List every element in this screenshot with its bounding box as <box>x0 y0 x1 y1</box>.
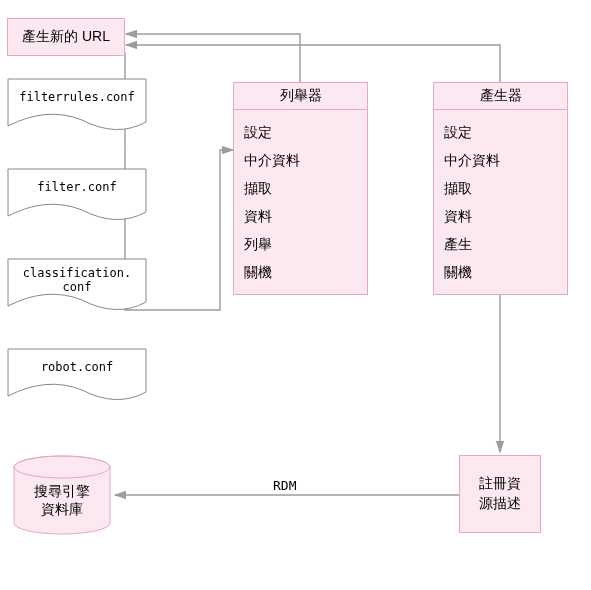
generate-url-box: 產生新的 URL <box>7 18 125 56</box>
generator-title: 產生器 <box>434 83 567 110</box>
generate-url-label: 產生新的 URL <box>22 28 110 46</box>
enumerator-box: 列舉器 設定 中介資料 擷取 資料 列舉 關機 <box>233 82 368 295</box>
file-label: filter.conf <box>7 180 147 194</box>
enumerator-item: 列舉 <box>244 230 357 258</box>
enumerator-title: 列舉器 <box>234 83 367 110</box>
file-label: filterrules.conf <box>7 90 147 104</box>
file-label: robot.conf <box>7 360 147 374</box>
file-label: classification. conf <box>7 266 147 295</box>
generator-item: 中介資料 <box>444 146 557 174</box>
enumerator-item: 關機 <box>244 258 357 286</box>
file-filter: filter.conf <box>7 168 147 226</box>
enumerator-item: 資料 <box>244 202 357 230</box>
generator-item: 產生 <box>444 230 557 258</box>
file-filterrules: filterrules.conf <box>7 78 147 136</box>
generator-item: 擷取 <box>444 174 557 202</box>
register-rd-label-line: 註冊資 <box>479 474 521 494</box>
enumerator-item: 擷取 <box>244 174 357 202</box>
generator-box: 產生器 設定 中介資料 擷取 資料 產生 關機 <box>433 82 568 295</box>
generator-item: 關機 <box>444 258 557 286</box>
rdm-label: RDM <box>273 478 296 493</box>
search-db-cylinder: 搜尋引擎 資料庫 <box>12 455 112 525</box>
generator-item: 資料 <box>444 202 557 230</box>
register-rd-box: 註冊資 源描述 <box>459 455 541 533</box>
register-rd-label-line: 源描述 <box>479 494 521 514</box>
search-db-label: 搜尋引擎 資料庫 <box>12 483 112 518</box>
generator-item: 設定 <box>444 118 557 146</box>
enumerator-item: 設定 <box>244 118 357 146</box>
file-robot: robot.conf <box>7 348 147 406</box>
file-classification: classification. conf <box>7 258 147 316</box>
enumerator-item: 中介資料 <box>244 146 357 174</box>
